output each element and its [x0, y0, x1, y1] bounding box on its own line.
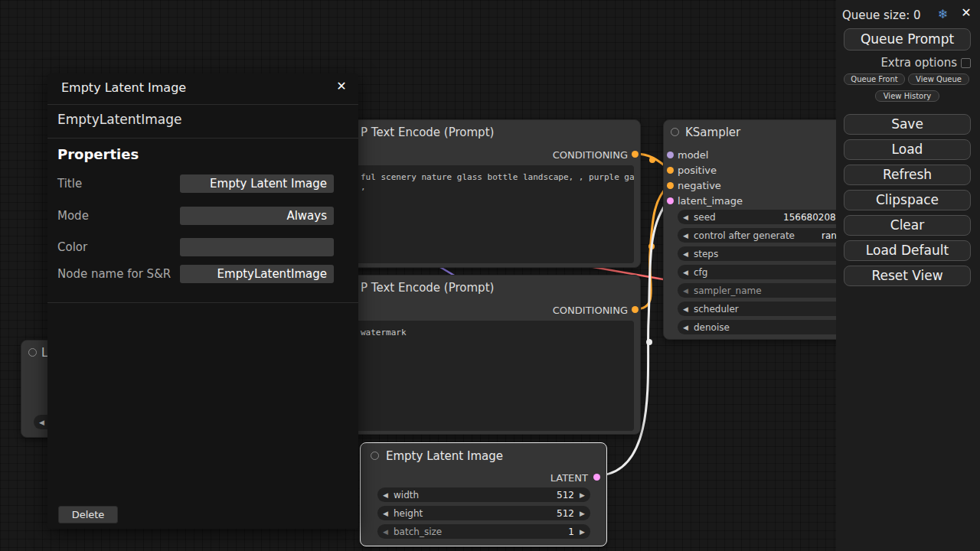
- batch-size-widget[interactable]: ◀ batch_size 1 ▶: [377, 524, 590, 539]
- snowflake-icon: ❄: [938, 7, 948, 21]
- input-slot-model[interactable]: [667, 152, 674, 158]
- widget-label: width: [394, 490, 419, 500]
- color-field[interactable]: [180, 238, 334, 256]
- widget-label: cfg: [694, 267, 707, 278]
- input-label-model: model: [678, 149, 708, 161]
- close-icon[interactable]: ✕: [334, 79, 349, 94]
- clipspace-button[interactable]: Clipspace: [844, 190, 971, 210]
- extra-options-row: Extra options: [844, 57, 971, 69]
- collapse-dot-icon[interactable]: [28, 348, 37, 357]
- property-row-node-name: Node name for S&R EmptyLatentImage: [47, 265, 358, 283]
- input-slot-positive[interactable]: [667, 167, 674, 174]
- widget-label: sampler_name: [694, 285, 762, 296]
- load-default-button[interactable]: Load Default: [844, 240, 971, 261]
- property-value: Always: [180, 207, 334, 225]
- node-title: Empty Latent Image: [386, 449, 503, 463]
- decrement-arrow-icon[interactable]: ◀: [683, 232, 688, 240]
- decrement-arrow-icon[interactable]: ◀: [383, 491, 388, 499]
- output-label-conditioning: CONDITIONING: [553, 305, 628, 316]
- title-field[interactable]: Empty Latent Image: [180, 174, 334, 193]
- increment-arrow-icon[interactable]: ▶: [580, 510, 585, 517]
- node-title: KSampler: [685, 126, 740, 139]
- delete-button[interactable]: Delete: [58, 506, 118, 523]
- collapse-dot-icon[interactable]: [671, 128, 679, 136]
- input-slot-negative[interactable]: [667, 182, 674, 189]
- divider: [47, 302, 358, 303]
- queue-front-button[interactable]: Queue Front: [844, 73, 905, 85]
- decrement-arrow-icon[interactable]: ◀: [683, 250, 688, 258]
- prompt-text-widget[interactable]: watermark: [330, 321, 634, 431]
- property-value: EmptyLatentImage: [180, 265, 334, 283]
- refresh-button[interactable]: Refresh: [844, 165, 971, 185]
- decrement-arrow-icon[interactable]: ◀: [383, 510, 388, 517]
- load-button[interactable]: Load: [844, 139, 971, 160]
- widget-label: denoise: [694, 322, 730, 333]
- decrement-arrow-icon[interactable]: ◀: [383, 528, 388, 536]
- node-title: P Text Encode (Prompt): [361, 126, 494, 139]
- property-label: Node name for S&R: [57, 265, 171, 283]
- output-slot-conditioning[interactable]: [632, 151, 639, 158]
- prompt-text-line: ful scenery nature glass bottle landscap…: [330, 172, 634, 182]
- widget-value: 1566802087: [783, 212, 841, 223]
- output-label-latent: LATENT: [550, 472, 588, 484]
- increment-arrow-icon[interactable]: ▶: [580, 528, 585, 536]
- input-label-negative: negative: [678, 180, 721, 191]
- divider: [47, 138, 358, 139]
- node-properties-dialog: Empty Latent Image ✕ EmptyLatentImage Pr…: [47, 73, 358, 529]
- clear-button[interactable]: Clear: [844, 215, 971, 236]
- widget-label: scheduler: [694, 304, 739, 315]
- widget-label: steps: [694, 249, 718, 259]
- node-name-field[interactable]: EmptyLatentImage: [180, 265, 334, 283]
- collapse-dot-icon[interactable]: [371, 452, 379, 460]
- property-value: Empty Latent Image: [180, 174, 334, 193]
- property-row-mode: Mode Always: [47, 207, 358, 225]
- close-icon[interactable]: ✕: [959, 6, 973, 20]
- prompt-text-line: ,: [330, 182, 634, 192]
- widget-label: height: [394, 508, 423, 519]
- widget-label: control after generate: [694, 230, 795, 241]
- widget-label: batch_size: [394, 527, 442, 537]
- extra-options-label: Extra options: [880, 56, 957, 70]
- extra-options-checkbox[interactable]: [961, 58, 971, 68]
- output-label-conditioning: CONDITIONING: [553, 149, 628, 161]
- property-row-title: Title Empty Latent Image: [47, 174, 358, 193]
- input-label-latent-image: latent_image: [678, 195, 743, 207]
- input-label-positive: positive: [678, 165, 717, 176]
- output-slot-latent[interactable]: [593, 474, 600, 481]
- node-clip-text-encode-positive[interactable]: P Text Encode (Prompt) CONDITIONING ful …: [322, 119, 641, 268]
- prompt-text-line: watermark: [330, 328, 634, 337]
- node-empty-latent-image[interactable]: Empty Latent Image LATENT ◀ width 512 ▶ …: [360, 442, 607, 546]
- node-clip-text-encode-negative[interactable]: P Text Encode (Prompt) CONDITIONING wate…: [322, 275, 641, 435]
- prompt-text-widget[interactable]: ful scenery nature glass bottle landscap…: [330, 165, 634, 263]
- node-class-name: EmptyLatentImage: [57, 112, 182, 127]
- queue-prompt-button[interactable]: Queue Prompt: [844, 28, 971, 51]
- height-widget[interactable]: ◀ height 512 ▶: [377, 506, 590, 520]
- decrement-arrow-icon[interactable]: ◀: [683, 214, 688, 221]
- save-button[interactable]: Save: [844, 114, 971, 135]
- decrement-arrow-icon[interactable]: ◀: [39, 419, 44, 426]
- queue-size-label: Queue size: 0: [842, 8, 921, 22]
- mode-field[interactable]: Always: [180, 207, 334, 225]
- property-label: Color: [57, 238, 87, 256]
- view-history-button[interactable]: View History: [875, 90, 939, 102]
- property-label: Mode: [57, 207, 89, 225]
- width-widget[interactable]: ◀ width 512 ▶: [377, 487, 590, 502]
- view-queue-button[interactable]: View Queue: [908, 73, 969, 85]
- widget-label: seed: [694, 212, 716, 223]
- widget-value: 512: [557, 490, 574, 500]
- reset-view-button[interactable]: Reset View: [844, 266, 971, 286]
- comfy-menu-panel: Queue size: 0 ❄ ✕ Queue Prompt Extra opt…: [836, 0, 980, 551]
- input-slot-latent-image[interactable]: [667, 197, 674, 204]
- output-slot-conditioning[interactable]: [632, 306, 639, 313]
- widget-value: 1: [568, 527, 574, 537]
- decrement-arrow-icon[interactable]: ◀: [683, 305, 688, 313]
- divider: [47, 104, 358, 105]
- property-label: Title: [57, 174, 82, 193]
- properties-heading: Properties: [57, 146, 139, 162]
- decrement-arrow-icon[interactable]: ◀: [683, 269, 688, 276]
- decrement-arrow-icon[interactable]: ◀: [683, 324, 688, 331]
- increment-arrow-icon[interactable]: ▶: [580, 491, 585, 499]
- dialog-title: Empty Latent Image: [61, 80, 186, 95]
- decrement-arrow-icon[interactable]: ◀: [683, 287, 688, 295]
- property-row-color: Color: [47, 238, 358, 256]
